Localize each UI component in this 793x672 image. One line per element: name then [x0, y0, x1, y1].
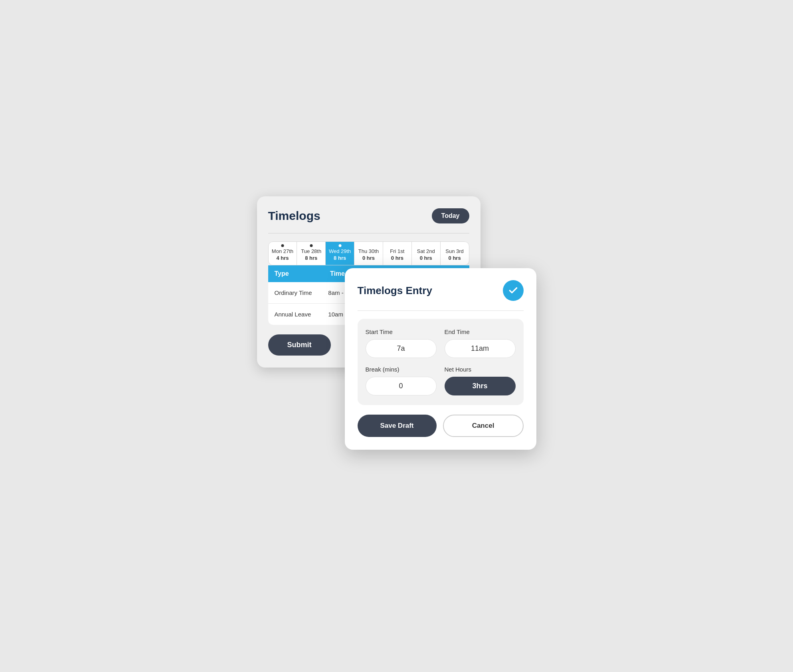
- checkmark-icon: [508, 285, 518, 296]
- cancel-button[interactable]: Cancel: [443, 415, 524, 437]
- day-dot-mon: [281, 244, 284, 247]
- entry-header: Timelogs Entry: [358, 280, 524, 301]
- break-input[interactable]: [366, 377, 437, 395]
- day-selector-row: Mon 27th 4 hrs Tue 28th 8 hrs Wed 29th 8…: [268, 241, 469, 265]
- break-group: Break (mins): [366, 366, 437, 395]
- start-time-group: Start Time: [366, 328, 437, 358]
- day-dot-tue: [310, 244, 312, 247]
- header-divider: [268, 233, 469, 233]
- day-item-sun[interactable]: Sun 3rd 0 hrs: [441, 242, 469, 265]
- confirm-button[interactable]: [503, 280, 524, 301]
- day-hours-fri: 0 hrs: [386, 255, 409, 261]
- day-item-thu[interactable]: Thu 30th 0 hrs: [354, 242, 383, 265]
- day-label-wed: Wed 29th: [328, 248, 352, 254]
- day-item-wed[interactable]: Wed 29th 8 hrs: [326, 242, 354, 265]
- end-time-label: End Time: [445, 328, 516, 335]
- day-hours-sun: 0 hrs: [443, 255, 467, 261]
- day-label-thu: Thu 30th: [357, 248, 380, 254]
- day-item-tue[interactable]: Tue 28th 8 hrs: [297, 242, 326, 265]
- col-type: Type: [268, 265, 324, 282]
- timelogs-title: Timelogs: [268, 209, 320, 223]
- row2-type: Annual Leave: [275, 311, 328, 318]
- form-row-time: Start Time End Time: [366, 328, 516, 358]
- entry-title: Timelogs Entry: [358, 285, 432, 297]
- day-item-mon[interactable]: Mon 27th 4 hrs: [269, 242, 297, 265]
- entry-actions: Save Draft Cancel: [358, 415, 524, 437]
- entry-divider: [358, 310, 524, 311]
- day-label-sat: Sat 2nd: [414, 248, 438, 254]
- start-time-input[interactable]: [366, 339, 437, 358]
- day-hours-thu: 0 hrs: [357, 255, 380, 261]
- day-label-mon: Mon 27th: [271, 248, 295, 254]
- day-item-fri[interactable]: Fri 1st 0 hrs: [383, 242, 412, 265]
- save-draft-button[interactable]: Save Draft: [358, 415, 437, 437]
- today-button[interactable]: Today: [432, 208, 469, 223]
- day-label-sun: Sun 3rd: [443, 248, 467, 254]
- net-hours-input: [445, 377, 516, 395]
- day-hours-sat: 0 hrs: [414, 255, 438, 261]
- day-hours-mon: 4 hrs: [271, 255, 295, 261]
- net-hours-label: Net Hours: [445, 366, 516, 373]
- start-time-label: Start Time: [366, 328, 437, 335]
- day-label-tue: Tue 28th: [299, 248, 323, 254]
- end-time-input[interactable]: [445, 339, 516, 358]
- timelogs-entry-card: Timelogs Entry Start Time End Time: [345, 268, 536, 450]
- day-label-fri: Fri 1st: [386, 248, 409, 254]
- day-hours-tue: 8 hrs: [299, 255, 323, 261]
- day-dot-wed: [338, 244, 341, 247]
- break-label: Break (mins): [366, 366, 437, 373]
- end-time-group: End Time: [445, 328, 516, 358]
- row1-type: Ordinary Time: [275, 289, 328, 296]
- submit-button[interactable]: Submit: [268, 334, 331, 356]
- net-hours-group: Net Hours: [445, 366, 516, 395]
- timelogs-header: Timelogs Today: [268, 208, 469, 223]
- form-row-break: Break (mins) Net Hours: [366, 366, 516, 395]
- day-hours-wed: 8 hrs: [328, 255, 352, 261]
- form-section: Start Time End Time Break (mins) Net Hou…: [358, 319, 524, 405]
- day-item-sat[interactable]: Sat 2nd 0 hrs: [412, 242, 441, 265]
